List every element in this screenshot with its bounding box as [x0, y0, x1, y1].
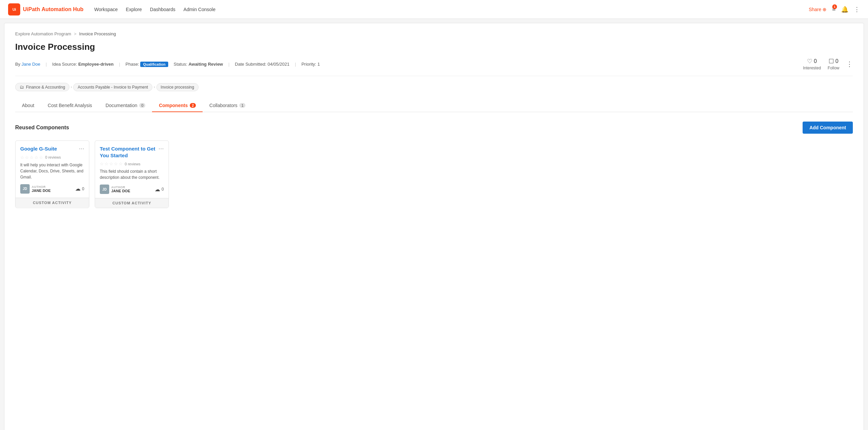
stars-1: ☆ ☆ ☆ ☆ ☆ 0 reviews: [100, 161, 164, 166]
share-icon: ⊕: [822, 7, 827, 12]
share-button[interactable]: Share ⊕: [809, 7, 827, 12]
tab-components[interactable]: Components 2: [152, 99, 203, 112]
interested-label: Interested: [803, 66, 821, 70]
by-label: By Jane Doe: [15, 62, 40, 67]
page-more-button[interactable]: ⋮: [846, 60, 853, 68]
add-component-button[interactable]: Add Component: [803, 122, 853, 134]
interested-count: ♡ 0: [807, 58, 817, 65]
comment-icon: ☐: [829, 58, 834, 65]
logo-icon: Ui: [12, 7, 16, 11]
logo-box: Ui: [8, 3, 20, 15]
card-author-row-0: JD AUTHOR JANE DOE ☁ 0: [20, 184, 84, 194]
follow-label: Follow: [828, 66, 839, 70]
card-title-0[interactable]: Google G-Suite: [20, 145, 57, 152]
card-header-1: Test Component to Get You Started ⋯: [100, 145, 164, 159]
header-left: Ui UiPath Automation Hub Workspace Explo…: [8, 3, 215, 15]
tag-label-1: Accounts Payable - Invoice to Payment: [78, 85, 148, 90]
tab-cba[interactable]: Cost Benefit Analysis: [41, 99, 99, 112]
cards-grid: Google G-Suite ⋯ ☆ ☆ ☆ ☆ ☆ 0 reviews It …: [15, 140, 853, 208]
tab-documentation-badge: 0: [139, 103, 145, 108]
reviews-count-1: 0 reviews: [125, 162, 140, 166]
nav-links: Workspace Explore Dashboards Admin Conso…: [94, 7, 216, 12]
tags-row: 🗂 Finance & Accounting › Accounts Payabl…: [15, 83, 853, 91]
section-title: Reused Components: [15, 125, 69, 131]
notifications-button[interactable]: 🔔: [841, 6, 848, 13]
phase: Phase: Qualification: [125, 62, 168, 67]
meta-right: ♡ 0 Interested ☐ 0 Follow ⋮: [803, 58, 853, 70]
card-top-1: Test Component to Get You Started ⋯ ☆ ☆ …: [95, 141, 169, 198]
heart-icon: ♡: [807, 58, 812, 65]
phase-badge: Qualification: [140, 62, 168, 67]
tasks-button[interactable]: ≡ 1: [832, 6, 836, 13]
download-count-0: 0: [82, 187, 84, 191]
tab-documentation[interactable]: Documentation 0: [99, 99, 152, 112]
tag-2[interactable]: Invoice processing: [156, 83, 199, 91]
card-author-row-1: JD AUTHOR JANE DOE ☁ 0: [100, 185, 164, 194]
author-info-0: AUTHOR JANE DOE: [32, 185, 51, 193]
logo-text: UiPath Automation Hub: [23, 6, 84, 12]
download-info-0: ☁ 0: [75, 186, 84, 192]
star-4: ☆: [34, 155, 38, 160]
priority: Priority: 1: [301, 62, 320, 67]
author-left-0: JD AUTHOR JANE DOE: [20, 184, 51, 194]
nav-explore[interactable]: Explore: [126, 7, 142, 12]
tag-arrow-0: ›: [71, 85, 72, 89]
tag-0[interactable]: 🗂 Finance & Accounting: [15, 83, 69, 91]
page-title: Invoice Processing: [15, 42, 853, 52]
nav-admin-console[interactable]: Admin Console: [183, 7, 215, 12]
logo: Ui UiPath Automation Hub: [8, 3, 84, 15]
notification-badge: 1: [832, 4, 837, 9]
nav-dashboards[interactable]: Dashboards: [150, 7, 176, 12]
breadcrumb-parent[interactable]: Explore Automation Program: [15, 31, 71, 36]
star-5: ☆: [39, 155, 43, 160]
download-icon-1: ☁: [155, 186, 160, 193]
interested-action[interactable]: ♡ 0 Interested: [803, 58, 821, 70]
card-menu-button-1[interactable]: ⋯: [158, 145, 164, 152]
date-submitted: Date Submitted: 04/05/2021: [235, 62, 290, 67]
meta-row: By Jane Doe | Idea Source: Employee-driv…: [15, 58, 853, 76]
tag-icon-0: 🗂: [20, 85, 24, 90]
star-3: ☆: [109, 161, 113, 166]
header-right: Share ⊕ ≡ 1 🔔 ⋮: [809, 6, 860, 13]
card-menu-button-0[interactable]: ⋯: [79, 145, 84, 152]
author-link[interactable]: Jane Doe: [22, 62, 40, 67]
tag-label-0: Finance & Accounting: [26, 85, 65, 90]
status-badge: Awaiting Review: [188, 62, 223, 67]
breadcrumb-current: Invoice Processing: [79, 31, 116, 36]
section-header: Reused Components Add Component: [15, 122, 853, 134]
breadcrumb: Explore Automation Program > Invoice Pro…: [15, 31, 853, 36]
star-2: ☆: [104, 161, 109, 166]
star-1: ☆: [100, 161, 104, 166]
tag-label-2: Invoice processing: [161, 85, 194, 90]
card-title-1[interactable]: Test Component to Get You Started: [100, 145, 158, 159]
star-2: ☆: [25, 155, 29, 160]
header: Ui UiPath Automation Hub Workspace Explo…: [0, 0, 868, 19]
tabs-row: About Cost Benefit Analysis Documentatio…: [15, 99, 853, 112]
card-top-0: Google G-Suite ⋯ ☆ ☆ ☆ ☆ ☆ 0 reviews It …: [16, 141, 89, 198]
main-content: Explore Automation Program > Invoice Pro…: [4, 23, 864, 430]
star-5: ☆: [119, 161, 123, 166]
status: Status: Awaiting Review: [174, 62, 223, 67]
tab-collaborators[interactable]: Collaborators 1: [203, 99, 252, 112]
card-footer-0: CUSTOM ACTIVITY: [16, 198, 89, 207]
component-card-0: Google G-Suite ⋯ ☆ ☆ ☆ ☆ ☆ 0 reviews It …: [15, 140, 89, 208]
more-options-button[interactable]: ⋮: [854, 6, 860, 13]
card-description-1: This field should contain a short descri…: [100, 168, 164, 180]
tag-1[interactable]: Accounts Payable - Invoice to Payment: [73, 83, 152, 91]
nav-workspace[interactable]: Workspace: [94, 7, 118, 12]
tab-collaborators-badge: 1: [239, 103, 245, 108]
tag-arrow-1: ›: [154, 85, 155, 89]
tab-about[interactable]: About: [15, 99, 41, 112]
stars-0: ☆ ☆ ☆ ☆ ☆ 0 reviews: [20, 155, 84, 160]
author-label-1: AUTHOR: [111, 186, 130, 189]
star-3: ☆: [30, 155, 34, 160]
reviews-count-0: 0 reviews: [45, 155, 61, 159]
author-avatar-1: JD: [100, 185, 109, 194]
follow-count: ☐ 0: [829, 58, 838, 65]
author-label-0: AUTHOR: [32, 185, 51, 189]
card-footer-1: CUSTOM ACTIVITY: [95, 198, 169, 208]
card-header-0: Google G-Suite ⋯: [20, 145, 84, 152]
author-name-0: JANE DOE: [32, 189, 51, 193]
follow-action[interactable]: ☐ 0 Follow: [828, 58, 839, 70]
card-description-0: It will help you interact with Google Ca…: [20, 162, 84, 180]
